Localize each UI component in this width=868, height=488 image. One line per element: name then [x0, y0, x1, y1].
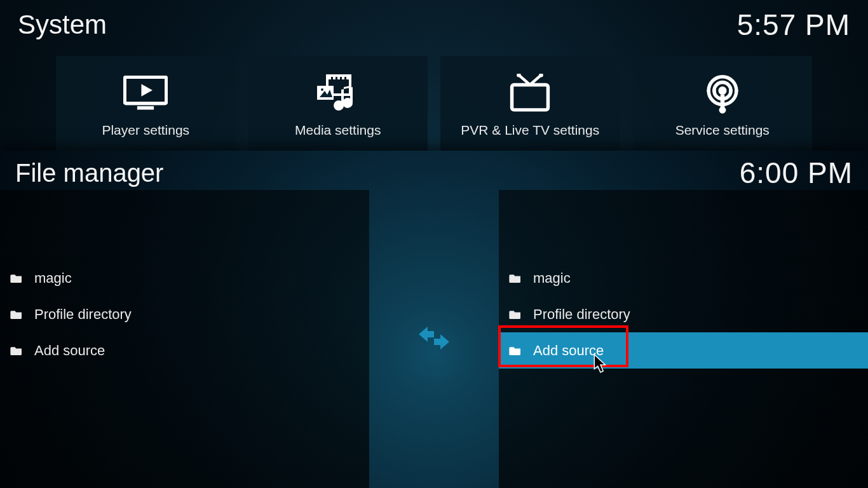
tile-pvr-live-tv-settings[interactable]: PVR & Live TV settings [440, 56, 620, 155]
folder-icon [10, 342, 23, 359]
svg-rect-6 [337, 77, 340, 79]
tile-service-settings[interactable]: Service settings [633, 56, 813, 155]
svg-rect-4 [329, 77, 331, 79]
svg-point-19 [719, 107, 726, 114]
tile-media-settings[interactable]: Media settings [248, 56, 428, 155]
list-item-label: Add source [533, 342, 604, 359]
folder-icon [509, 270, 522, 287]
file-manager-title: File manager [15, 159, 163, 187]
svg-rect-16 [512, 85, 548, 110]
svg-marker-21 [434, 334, 449, 349]
svg-rect-7 [342, 77, 344, 79]
tile-label: Media settings [295, 123, 381, 138]
file-manager-clock: 6:00 PM [740, 156, 853, 190]
svg-marker-1 [142, 84, 153, 97]
svg-point-11 [321, 88, 323, 91]
list-item-magic[interactable]: magic [0, 260, 369, 296]
list-item-add-source[interactable]: Add source [499, 332, 868, 369]
svg-rect-8 [346, 77, 349, 79]
svg-rect-5 [333, 77, 336, 79]
folder-icon [10, 270, 23, 287]
list-item-add-source[interactable]: Add source [0, 332, 369, 369]
list-item-label: magic [34, 270, 72, 287]
svg-marker-20 [419, 327, 434, 342]
folder-icon [10, 306, 23, 323]
folder-icon [509, 342, 522, 359]
system-title: System [18, 10, 107, 40]
left-pane[interactable]: magic Profile directory Add source [0, 190, 369, 488]
system-clock: 5:57 PM [737, 8, 850, 42]
folder-icon [509, 306, 522, 323]
list-item-label: Add source [34, 342, 105, 359]
tile-label: Service settings [675, 123, 770, 138]
svg-point-17 [718, 86, 726, 95]
tile-label: Player settings [102, 123, 189, 138]
swap-horizontal-icon[interactable] [419, 325, 449, 353]
pane-swap-area [369, 190, 499, 488]
list-item-magic[interactable]: magic [499, 260, 868, 296]
media-mixed-icon [316, 73, 360, 114]
tile-player-settings[interactable]: Player settings [56, 56, 236, 155]
tv-antenna-icon [508, 73, 552, 114]
broadcast-icon [700, 73, 745, 114]
settings-tiles-row: Player settings Media settings [0, 56, 868, 155]
list-item-label: Profile directory [34, 306, 132, 323]
file-manager-screen: File manager 6:00 PM magic Profile direc… [0, 151, 868, 488]
svg-rect-2 [137, 106, 154, 109]
monitor-play-icon [123, 73, 168, 114]
right-pane[interactable]: magic Profile directory Add source [499, 190, 868, 488]
list-item-profile-directory[interactable]: Profile directory [499, 296, 868, 332]
list-item-label: magic [533, 270, 571, 287]
list-item-label: Profile directory [533, 306, 630, 323]
tile-label: PVR & Live TV settings [461, 123, 599, 138]
list-item-profile-directory[interactable]: Profile directory [0, 296, 369, 332]
